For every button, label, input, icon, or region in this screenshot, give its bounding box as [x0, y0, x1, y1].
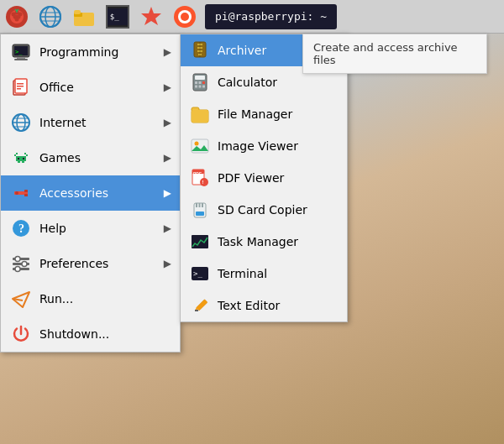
svg-rect-45: [16, 156, 26, 161]
run-icon: [9, 287, 33, 311]
svg-point-87: [200, 178, 208, 186]
svg-point-59: [15, 257, 20, 262]
svg-point-61: [15, 267, 20, 272]
games-label: Games: [39, 151, 164, 165]
menu-item-games[interactable]: Games ▶: [1, 140, 180, 175]
shutdown-icon: [9, 322, 33, 346]
archiver-icon: [189, 39, 211, 61]
svg-rect-74: [202, 81, 205, 84]
menu-item-preferences[interactable]: Preferences ▶: [1, 246, 180, 281]
svg-text:PDF: PDF: [193, 171, 202, 176]
task-manager-icon: [189, 231, 211, 253]
svg-marker-22: [141, 7, 161, 25]
svg-rect-47: [23, 158, 24, 159]
submenu-item-image-viewer[interactable]: Image Viewer: [181, 130, 347, 162]
svg-text:>_: >_: [193, 269, 202, 278]
svg-rect-72: [195, 81, 197, 84]
accessories-submenu: Archiver Calculator File: [180, 34, 348, 322]
file-manager-label: File Manager: [218, 107, 292, 121]
svg-text:!: !: [202, 180, 204, 185]
sd-card-copier-label: SD Card Copier: [218, 203, 307, 217]
run-label: Run...: [39, 292, 171, 306]
menu-item-office[interactable]: Office ▶: [1, 70, 180, 105]
svg-rect-33: [17, 83, 24, 85]
main-menu: >_ Programming ▶ Office ▶: [0, 34, 181, 353]
svg-rect-52: [24, 194, 28, 196]
svg-point-53: [15, 191, 18, 195]
svg-rect-93: [196, 212, 204, 216]
pdf-viewer-label: PDF Viewer: [218, 171, 284, 185]
help-label: Help: [39, 222, 164, 235]
menu-item-help[interactable]: ? Help ▶: [1, 211, 180, 246]
terminal-taskbar-icon[interactable]: $_: [102, 2, 133, 32]
svg-text:$_: $_: [110, 11, 120, 20]
sd-card-copier-icon: [189, 199, 211, 221]
svg-text:>_: >_: [15, 49, 23, 55]
menu-item-run[interactable]: Run...: [1, 281, 180, 316]
svg-rect-34: [17, 86, 24, 87]
svg-rect-44: [24, 153, 26, 154]
svg-rect-35: [17, 88, 21, 90]
svg-rect-19: [74, 10, 81, 14]
task-manager-label: Task Manager: [218, 235, 298, 248]
terminal-icon-shape: $_: [106, 5, 129, 29]
terminal-sub-icon: >_: [189, 263, 211, 285]
image-viewer-label: Image Viewer: [218, 139, 298, 153]
submenu-item-file-manager[interactable]: File Manager: [181, 98, 347, 130]
text-editor-label: Text Editor: [218, 299, 280, 312]
accessories-icon: [9, 181, 33, 205]
calculator-label: Calculator: [218, 76, 277, 89]
games-arrow: ▶: [164, 152, 171, 164]
calculator-icon: [189, 71, 211, 93]
svg-point-25: [181, 13, 189, 21]
preferences-arrow: ▶: [164, 258, 171, 269]
svg-rect-51: [24, 190, 28, 192]
office-arrow: ▶: [164, 81, 171, 93]
tooltip-text: Create and access archive files: [313, 41, 458, 66]
globe-taskbar-icon[interactable]: [35, 2, 66, 32]
svg-rect-91: [199, 203, 201, 207]
svg-rect-42: [26, 154, 28, 156]
svg-rect-30: [14, 59, 28, 60]
menu-item-programming[interactable]: >_ Programming ▶: [1, 34, 180, 70]
submenu-item-task-manager[interactable]: Task Manager: [181, 226, 347, 258]
svg-rect-69: [199, 42, 201, 57]
accessories-label: Accessories: [39, 186, 164, 200]
help-icon: ?: [9, 217, 33, 240]
internet-icon: [9, 111, 33, 134]
internet-label: Internet: [39, 116, 164, 129]
browser-taskbar-icon[interactable]: [170, 2, 200, 32]
terminal-title[interactable]: pi@raspberrypi: ~: [205, 4, 337, 29]
svg-rect-71: [195, 76, 205, 80]
preferences-label: Preferences: [39, 257, 164, 270]
svg-rect-49: [22, 161, 24, 163]
svg-rect-43: [16, 153, 18, 154]
svg-rect-76: [199, 86, 202, 88]
burst-taskbar-icon[interactable]: [136, 2, 166, 32]
office-label: Office: [39, 81, 164, 94]
svg-point-82: [195, 142, 199, 146]
submenu-item-text-editor[interactable]: Text Editor: [181, 290, 347, 321]
svg-text:?: ?: [18, 222, 24, 235]
submenu-item-sd-card-copier[interactable]: SD Card Copier: [181, 194, 347, 226]
svg-rect-90: [196, 203, 197, 207]
svg-rect-92: [202, 203, 203, 207]
menu-item-internet[interactable]: Internet ▶: [1, 105, 180, 140]
file-manager-icon: [189, 103, 211, 125]
svg-rect-41: [14, 154, 16, 156]
accessories-arrow: ▶: [164, 187, 171, 199]
submenu-item-pdf-viewer[interactable]: PDF ! PDF Viewer: [181, 162, 347, 194]
svg-rect-46: [18, 158, 19, 159]
shutdown-label: Shutdown...: [39, 327, 171, 341]
svg-point-60: [22, 262, 27, 267]
submenu-item-terminal[interactable]: >_ Terminal: [181, 258, 347, 290]
menu-item-accessories[interactable]: Accessories ▶: [1, 175, 180, 211]
svg-rect-29: [17, 57, 25, 59]
internet-arrow: ▶: [164, 117, 171, 128]
svg-rect-73: [199, 81, 202, 84]
menu-item-shutdown[interactable]: Shutdown...: [1, 316, 180, 352]
terminal-label: Terminal: [218, 267, 267, 280]
folder-taskbar-icon[interactable]: [69, 2, 99, 32]
svg-rect-75: [195, 86, 197, 88]
raspberry-pi-menu-button[interactable]: [2, 2, 32, 32]
